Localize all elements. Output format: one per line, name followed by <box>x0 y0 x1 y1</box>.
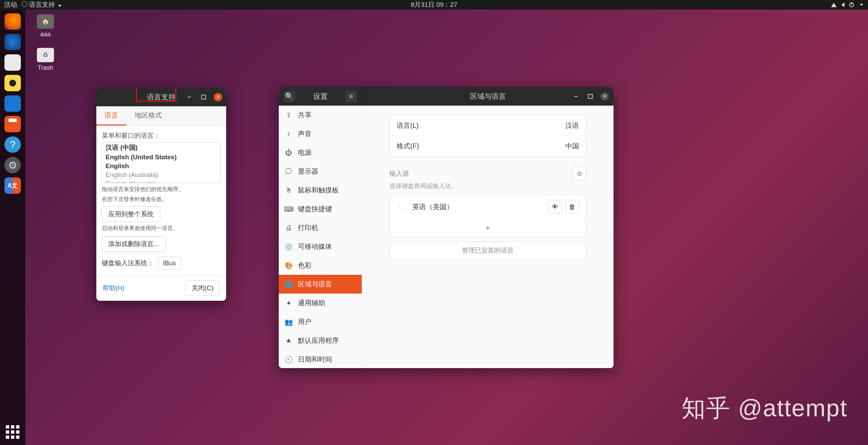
sidebar-item-datetime[interactable]: 🕘日期和时间 <box>279 350 362 368</box>
drag-hint: 拖动语言来安排他们的优先顺序。 <box>102 186 221 193</box>
help-button[interactable]: 帮助(H) <box>102 284 124 293</box>
dock-language-support[interactable]: A文 <box>3 176 23 195</box>
sidebar-item-power[interactable]: ⏻电源 <box>279 143 362 162</box>
language-row[interactable]: 语言(L) 汉语 <box>390 116 586 136</box>
list-item[interactable]: 汉语 (中国) <box>102 143 220 153</box>
sidebar-item-keyboard[interactable]: ⌨键盘快捷键 <box>279 200 362 218</box>
power-icon: ⏻ <box>285 149 292 157</box>
settings-content: 语言(L) 汉语 格式(F) 中国 输入源 ⚙ 选择键盘布局或输入法。 ⋮⋮ 英… <box>362 106 614 368</box>
language-priority-list[interactable]: 汉语 (中国) English (United States) English … <box>102 142 221 183</box>
row-value: 中国 <box>565 141 579 151</box>
app-title: 设置 <box>313 92 328 101</box>
activities-button[interactable]: 活动 <box>4 0 17 9</box>
close-button[interactable] <box>601 92 609 100</box>
show-applications-button[interactable] <box>6 425 19 439</box>
search-button[interactable]: 🔍 <box>284 91 295 102</box>
sidebar-item-users[interactable]: 👥用户 <box>279 312 362 331</box>
input-source-settings-button[interactable]: ⚙ <box>573 167 586 180</box>
dock: ? ⚙ A文 <box>0 10 25 445</box>
hamburger-icon: ≡ <box>349 92 353 100</box>
window-titlebar[interactable]: 🔍 设置 ≡ 区域与语言 <box>279 87 614 106</box>
tab-regional-formats[interactable]: 地区格式 <box>126 106 170 125</box>
formats-row[interactable]: 格式(F) 中国 <box>390 136 586 156</box>
clock-icon: 🕘 <box>285 356 292 363</box>
accessibility-icon: ✦ <box>285 299 292 307</box>
hamburger-menu-button[interactable]: ≡ <box>345 91 357 102</box>
close-button[interactable]: 关闭(C) <box>185 280 220 296</box>
maximize-button[interactable] <box>586 92 594 100</box>
close-button[interactable] <box>214 93 222 101</box>
sidebar-item-mouse[interactable]: 🖱鼠标和触摸板 <box>279 181 362 200</box>
globe-icon: 🌐 <box>285 281 292 288</box>
minimize-button[interactable] <box>572 92 580 100</box>
sidebar-item-default-apps[interactable]: ★默认应用程序 <box>279 331 362 350</box>
network-icon[interactable] <box>831 3 837 7</box>
row-label: 格式(F) <box>397 141 419 151</box>
list-item[interactable]: English (Australia) <box>102 171 220 179</box>
settings-sidebar: ⇪共享 ♪声音 ⏻电源 🖵显示器 🖱鼠标和触摸板 ⌨键盘快捷键 🖨打印机 💿可移… <box>279 106 362 368</box>
dock-settings[interactable]: ⚙ <box>3 155 23 175</box>
input-source-item[interactable]: ⋮⋮ 英语（美国） 👁 🗑 <box>390 194 586 219</box>
color-icon: 🎨 <box>285 262 292 269</box>
list-item[interactable]: English (United States) <box>102 153 220 162</box>
window-title: 语言支持 <box>147 92 176 102</box>
settings-window: 🔍 设置 ≡ 区域与语言 ⇪共享 ♪声音 ⏻电源 🖵显示器 🖱鼠标和触摸板 ⌨键… <box>279 87 614 368</box>
view-layout-button[interactable]: 👁 <box>548 200 562 214</box>
maximize-button[interactable] <box>199 93 208 101</box>
sidebar-item-displays[interactable]: 🖵显示器 <box>279 162 362 181</box>
tab-language[interactable]: 语言 <box>96 106 126 125</box>
tabs: 语言 地区格式 <box>96 106 226 126</box>
desktop-trash[interactable]: ♻ Trash <box>37 48 54 71</box>
chevron-down-icon[interactable] <box>860 4 863 6</box>
remove-input-button[interactable]: 🗑 <box>565 200 579 214</box>
list-item[interactable]: English (Canada) <box>102 179 220 183</box>
list-item[interactable]: English <box>102 162 220 171</box>
dock-firefox[interactable] <box>3 12 23 31</box>
volume-icon[interactable] <box>841 2 844 7</box>
printer-icon: 🖨 <box>285 224 292 232</box>
page-title: 区域与语言 <box>470 92 506 101</box>
input-method-label: 键盘输入法系统： <box>102 259 154 268</box>
input-source-name: 英语（美国） <box>412 202 545 212</box>
dock-help[interactable]: ? <box>3 135 23 154</box>
app-menu[interactable]: 语言支持 <box>22 0 61 9</box>
folder-icon: 🏠 <box>37 14 54 29</box>
menu-language-label: 菜单和窗口的语言： <box>102 131 221 140</box>
dock-thunderbird[interactable] <box>3 32 23 52</box>
dock-files[interactable] <box>3 53 23 72</box>
sidebar-item-printers[interactable]: 🖨打印机 <box>279 218 362 237</box>
sidebar-item-sharing[interactable]: ⇪共享 <box>279 106 362 124</box>
display-icon: 🖵 <box>285 168 292 175</box>
users-icon: 👥 <box>285 318 292 326</box>
input-method-dropdown[interactable]: IBus <box>158 257 181 270</box>
dock-writer[interactable] <box>3 94 23 113</box>
search-icon: 🔍 <box>285 92 294 100</box>
add-remove-languages-button[interactable]: 添加或删除语言... <box>102 236 166 252</box>
manage-installed-languages-button[interactable]: 管理已安装的语言 <box>389 242 586 259</box>
globe-icon <box>22 1 27 7</box>
minimize-button[interactable] <box>185 93 193 101</box>
sidebar-item-region-language[interactable]: 🌐区域与语言 <box>279 275 362 294</box>
drag-handle-icon[interactable]: ⋮⋮ <box>397 203 409 211</box>
clock[interactable]: 8月31日 09：27 <box>411 0 457 9</box>
top-bar: 活动 语言支持 8月31日 09：27 <box>0 0 868 10</box>
sidebar-item-color[interactable]: 🎨色彩 <box>279 256 362 275</box>
trash-icon: ♻ <box>37 48 54 62</box>
dock-rhythmbox[interactable] <box>3 73 23 93</box>
add-input-source-button[interactable]: + <box>390 219 586 237</box>
window-titlebar[interactable]: 语言支持 <box>96 87 226 106</box>
single-language-hint: 启动和登录界面使用同一语言。 <box>102 225 221 232</box>
media-icon: 💿 <box>285 243 292 251</box>
sidebar-item-accessibility[interactable]: ✦通用辅助 <box>279 294 362 312</box>
sidebar-item-sound[interactable]: ♪声音 <box>279 124 362 143</box>
apply-systemwide-button[interactable]: 应用到整个系统 <box>102 206 160 222</box>
watermark: 知乎 @attempt <box>681 392 848 424</box>
trash-icon: 🗑 <box>569 203 576 211</box>
row-label: 语言(L) <box>397 121 418 130</box>
sidebar-item-removable[interactable]: 💿可移动媒体 <box>279 237 362 256</box>
input-sources-label: 输入源 <box>389 169 409 178</box>
dock-software[interactable] <box>3 114 23 134</box>
power-icon[interactable] <box>849 2 854 7</box>
sound-icon: ♪ <box>285 130 292 138</box>
desktop-folder-aaa[interactable]: 🏠 aaa <box>37 14 54 38</box>
